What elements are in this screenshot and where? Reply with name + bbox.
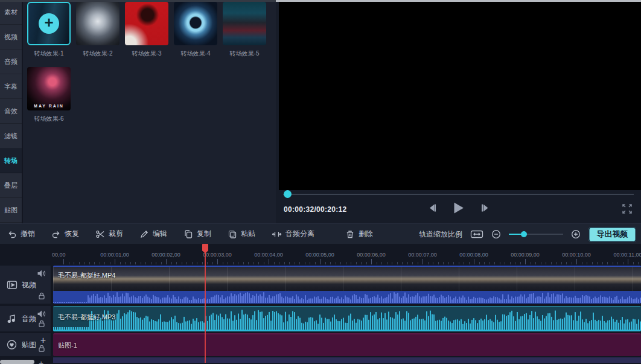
ruler-tick — [366, 262, 367, 264]
transition-thumb-4[interactable] — [174, 2, 217, 45]
sidebar-item-transition[interactable]: 转场 — [0, 148, 22, 173]
transition-thumb-1[interactable]: + — [27, 2, 71, 45]
ruler-tick — [207, 262, 208, 264]
ruler-label: 00:00:02,00 — [151, 252, 180, 258]
sticker-clip[interactable]: 贴图-1 — [53, 333, 641, 356]
preview-seekbar[interactable] — [283, 194, 634, 195]
cut-button[interactable]: 裁剪 — [95, 229, 123, 239]
ruler-tick — [602, 262, 603, 264]
edit-button[interactable]: 编辑 — [139, 229, 167, 239]
ruler-tick — [490, 262, 490, 264]
playhead-handle[interactable] — [202, 244, 208, 251]
ruler-tick — [120, 262, 121, 264]
ruler-tick — [284, 262, 285, 264]
ruler-tick — [397, 262, 398, 264]
playhead-line[interactable] — [205, 244, 206, 363]
sidebar-item-overlay[interactable]: 叠层 — [0, 173, 22, 198]
sidebar-item-sticker[interactable]: 贴图 — [0, 198, 22, 223]
ruler-tick — [551, 262, 552, 264]
edit-label: 编辑 — [153, 229, 167, 239]
ruler-tick — [274, 262, 275, 264]
ruler-tick — [248, 262, 249, 264]
lock-icon — [37, 319, 46, 328]
lock-icon — [37, 292, 46, 300]
audio-clip[interactable]: 毛不易-都挺好.MP3 — [53, 306, 641, 331]
transition-thumb-3[interactable] — [125, 2, 168, 45]
audio-track-mute-button[interactable] — [37, 310, 46, 318]
ruler-tick — [418, 262, 418, 264]
ruler-tick — [145, 262, 146, 264]
previous-frame-button[interactable] — [427, 203, 437, 213]
timeline-horizontal-scrollbar[interactable] — [0, 360, 34, 364]
video-track-lock-button[interactable] — [37, 292, 46, 300]
video-clip-waveform — [53, 291, 641, 304]
sidebar-item-subtitle[interactable]: 字幕 — [0, 74, 22, 99]
time-ruler[interactable]: 00,00 00:00:01,00 00:00:02,00 00:00:03,0… — [51, 244, 641, 266]
sticker-track-header: 贴图 + — [0, 333, 51, 356]
ruler-tick — [453, 262, 454, 264]
video-track-mute-button[interactable] — [37, 269, 46, 278]
ruler-tick — [392, 262, 392, 264]
delete-label: 删除 — [359, 229, 373, 239]
previous-frame-icon — [427, 203, 437, 213]
ruler-tick — [187, 262, 187, 264]
ruler-tick — [520, 262, 521, 264]
ruler-tick — [315, 262, 316, 264]
export-video-button[interactable]: 导出视频 — [588, 227, 636, 242]
ruler-tick — [459, 262, 459, 264]
transition-thumb-6[interactable]: MAY RAIN — [27, 67, 71, 110]
ruler-tick — [269, 259, 269, 264]
fullscreen-icon — [622, 203, 633, 214]
sidebar-item-material[interactable]: 素材 — [0, 0, 22, 25]
video-clip[interactable]: 毛不易-都挺好.MP4 — [53, 266, 641, 304]
transition-thumb-2[interactable] — [76, 2, 120, 45]
category-sidebar: 素材 视频 音频 字幕 音效 滤镜 转场 叠层 贴图 — [0, 0, 22, 223]
paste-button[interactable]: 粘贴 — [228, 229, 255, 239]
ruler-tick — [381, 262, 382, 264]
ruler-tick — [289, 262, 290, 264]
transition-label-5: 转场效果-5 — [223, 49, 266, 58]
ruler-tick — [305, 262, 305, 264]
zoom-out-icon[interactable] — [491, 229, 501, 239]
sidebar-item-video[interactable]: 视频 — [0, 25, 22, 49]
fullscreen-button[interactable] — [622, 203, 633, 214]
delete-button[interactable]: 删除 — [345, 229, 373, 239]
track-zoom-slider[interactable] — [509, 231, 563, 238]
preview-seek-handle[interactable] — [284, 190, 292, 198]
ruler-tick — [182, 262, 182, 264]
sidebar-item-audio[interactable]: 音频 — [0, 49, 22, 74]
ruler-tick — [141, 262, 141, 264]
sticker-track-lock-button[interactable] — [37, 344, 46, 353]
ruler-tick — [176, 262, 177, 264]
fit-timeline-icon[interactable] — [470, 229, 483, 239]
ruler-tick — [617, 262, 618, 264]
undo-button[interactable]: 撤销 — [7, 229, 35, 239]
transition-library-panel: + 转场效果-1 转场效果-2 转场效果-3 转场效果-4 转场效果-5 MAY… — [23, 0, 276, 223]
add-transition-icon[interactable]: + — [39, 13, 59, 34]
ruler-tick — [525, 259, 526, 264]
audio-detach-button[interactable]: 音频分离 — [272, 229, 314, 239]
video-clip-filmstrip — [53, 266, 641, 291]
slider-thumb[interactable] — [521, 231, 527, 237]
transition-thumb-5[interactable] — [223, 2, 266, 45]
transition-label-4: 转场效果-4 — [174, 49, 217, 58]
copy-button[interactable]: 复制 — [183, 229, 211, 239]
ruler-tick — [84, 262, 85, 264]
paste-icon — [228, 229, 237, 239]
sidebar-item-filter[interactable]: 滤镜 — [0, 124, 22, 148]
ruler-tick — [484, 262, 485, 264]
ruler-tick — [299, 262, 300, 264]
zoom-in-icon[interactable] — [571, 229, 581, 239]
transition-label-2: 转场效果-2 — [76, 49, 120, 58]
audio-track-lock-button[interactable] — [37, 319, 46, 328]
add-track-button[interactable]: + — [39, 359, 43, 364]
redo-button[interactable]: 恢复 — [51, 229, 79, 239]
sidebar-item-sound-effect[interactable]: 音效 — [0, 99, 22, 124]
play-button[interactable] — [453, 202, 464, 214]
next-frame-button[interactable] — [480, 203, 490, 213]
timeline-panel: 视频 音频 贴图 + — [0, 244, 641, 364]
paste-label: 粘贴 — [241, 229, 255, 239]
playback-controls — [427, 202, 490, 214]
sticker-track-add-button[interactable]: + — [40, 337, 46, 344]
ruler-tick — [361, 262, 362, 264]
